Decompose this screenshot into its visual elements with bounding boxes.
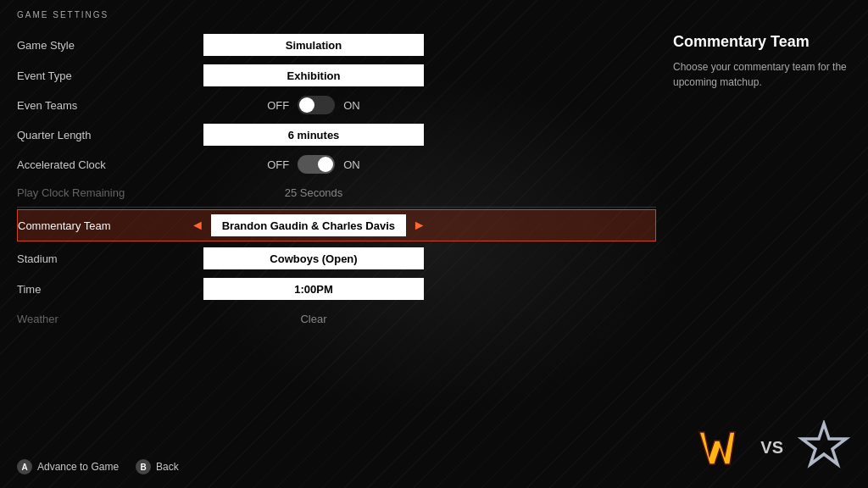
main-content: Game Style Simulation Event Type Exhibit… (0, 23, 868, 413)
btn-advance-label: Advance to Game (37, 461, 119, 473)
commentary-arrow-right[interactable]: ► (409, 218, 430, 233)
label-accelerated-clock: Accelerated Clock (17, 158, 186, 171)
page-header: GAME SETTINGS (0, 0, 868, 23)
page-container: GAME SETTINGS Game Style Simulation Even… (0, 0, 868, 488)
label-even-teams: Even Teams (17, 99, 186, 112)
toggle-on-label-acc: ON (343, 158, 360, 171)
setting-row-commentary-team[interactable]: Commentary Team ◄ Brandon Gaudin & Charl… (17, 209, 656, 241)
value-even-teams: OFF ON (186, 96, 441, 114)
right-panel-description: Choose your commentary team for the upco… (673, 59, 851, 90)
label-play-clock: Play Clock Remaining (17, 186, 186, 199)
toggle-knob-even-teams (299, 97, 314, 113)
page-title: GAME SETTINGS (17, 10, 851, 19)
btn-back[interactable]: B Back (136, 459, 179, 474)
setting-row-weather: Weather Clear (17, 304, 656, 333)
label-game-style: Game Style (17, 39, 186, 52)
btn-b-circle: B (136, 459, 151, 474)
right-panel-title: Commentary Team (673, 33, 851, 51)
teams-area: VS (693, 420, 851, 474)
toggle-accelerated-clock-container: OFF ON (203, 155, 424, 174)
value-box-event-type[interactable]: Exhibition (203, 64, 424, 86)
commanders-svg (693, 420, 747, 474)
toggle-off-label-acc: OFF (267, 158, 289, 171)
value-stadium: Cowboys (Open) (186, 247, 441, 269)
value-box-stadium[interactable]: Cowboys (Open) (203, 247, 424, 269)
bottom-area: A Advance to Game B Back VS (0, 413, 868, 488)
value-box-quarter-length[interactable]: 6 minutes (203, 124, 424, 146)
setting-row-game-style: Game Style Simulation (17, 30, 656, 60)
value-weather: Clear (186, 313, 441, 325)
value-accelerated-clock: OFF ON (186, 155, 441, 174)
label-time: Time (17, 283, 186, 296)
commentary-value-container: ◄ Brandon Gaudin & Charles Davis ► (187, 214, 430, 236)
commentary-box: Brandon Gaudin & Charles Davis (211, 214, 406, 236)
setting-row-time: Time 1:00PM (17, 274, 656, 304)
value-event-type: Exhibition (186, 64, 441, 86)
btn-back-label: Back (156, 461, 179, 473)
commanders-logo (693, 420, 747, 474)
value-time: 1:00PM (186, 278, 441, 300)
toggle-knob-acc (318, 157, 333, 172)
label-event-type: Event Type (17, 69, 186, 82)
toggle-even-teams[interactable] (298, 96, 335, 114)
setting-row-stadium: Stadium Cowboys (Open) (17, 243, 656, 274)
setting-row-event-type: Event Type Exhibition (17, 60, 656, 91)
cowboys-svg (797, 420, 851, 474)
value-game-style: Simulation (186, 34, 441, 56)
label-weather: Weather (17, 313, 186, 325)
toggle-accelerated-clock[interactable] (298, 155, 335, 174)
plain-text-weather: Clear (203, 313, 424, 325)
label-stadium: Stadium (17, 252, 186, 265)
value-box-time[interactable]: 1:00PM (203, 278, 424, 300)
setting-row-even-teams: Even Teams OFF ON (17, 91, 656, 119)
setting-row-accelerated-clock: Accelerated Clock OFF ON (17, 150, 656, 179)
value-play-clock: 25 Seconds (186, 186, 441, 199)
vs-text: VS (760, 438, 783, 458)
svg-marker-0 (699, 432, 735, 464)
btn-advance-to-game[interactable]: A Advance to Game (17, 459, 119, 474)
right-panel: Commentary Team Choose your commentary t… (656, 23, 851, 413)
value-quarter-length: 6 minutes (186, 124, 441, 146)
footer-controls: A Advance to Game B Back (17, 459, 179, 474)
commentary-arrow-left[interactable]: ◄ (187, 218, 208, 233)
toggle-on-label-even-teams: ON (343, 99, 360, 112)
toggle-off-label-even-teams: OFF (267, 99, 289, 112)
label-commentary-team: Commentary Team (18, 219, 187, 232)
value-box-game-style[interactable]: Simulation (203, 34, 424, 56)
plain-text-play-clock: 25 Seconds (203, 186, 424, 199)
settings-panel: Game Style Simulation Event Type Exhibit… (17, 23, 656, 413)
btn-a-circle: A (17, 459, 32, 474)
cowboys-logo (797, 420, 851, 474)
toggle-even-teams-container: OFF ON (203, 96, 424, 114)
label-quarter-length: Quarter Length (17, 129, 186, 141)
setting-row-play-clock: Play Clock Remaining 25 Seconds (17, 179, 656, 208)
svg-marker-1 (802, 424, 846, 464)
setting-row-quarter-length: Quarter Length 6 minutes (17, 119, 656, 150)
